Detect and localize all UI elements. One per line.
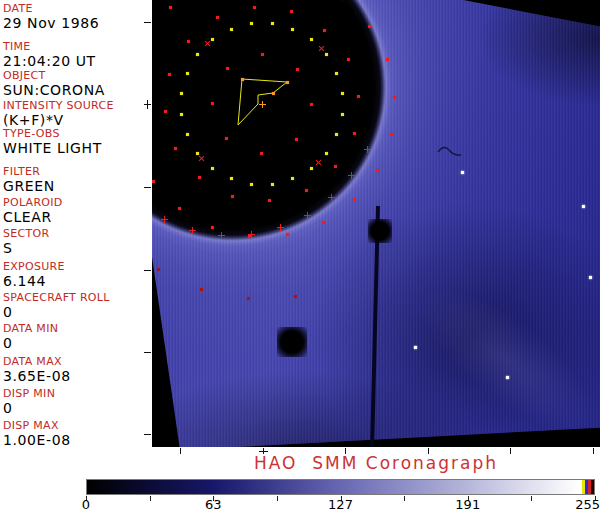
- metadata-panel: DATE29 Nov 1986TIME21:04:20 UTOBJECTSUN:…: [0, 0, 152, 450]
- colorbar: [86, 479, 595, 495]
- outer-red-ring: [211, 226, 214, 229]
- axis-tick-bottom: [593, 448, 594, 454]
- smm-coronagraph-viewer: DATE29 Nov 1986TIME21:04:20 UTOBJECTSUN:…: [0, 0, 600, 512]
- field-label: FILTER: [3, 166, 55, 178]
- yellow-ring: [250, 183, 253, 186]
- outer-red-ring: [322, 221, 325, 224]
- field-value: 0: [3, 401, 55, 416]
- field-label: SPACECRAFT ROLL: [3, 292, 110, 304]
- colorbar-tick: [404, 496, 405, 501]
- metadata-field: TIME21:04:20 UT: [3, 41, 96, 69]
- yellow-ring: [271, 22, 274, 25]
- inner-red-ring: [260, 152, 263, 155]
- field-label: EXPOSURE: [3, 261, 65, 273]
- field-label: DATA MAX: [3, 356, 71, 368]
- outer-red-ring: [178, 207, 181, 210]
- field-label: OBJECT: [3, 70, 105, 82]
- metadata-field: DISP MIN0: [3, 388, 55, 416]
- field-label: TIME: [3, 41, 96, 53]
- yellow-ring: [341, 113, 344, 116]
- inner-red-ring: [296, 68, 299, 71]
- metadata-field: SPACECRAFT ROLL0: [3, 292, 110, 320]
- polygon-vertex-dots: [272, 92, 275, 95]
- yellow-ring: [291, 28, 294, 31]
- mid-red-ring: [187, 40, 190, 43]
- yellow-ring: [325, 152, 328, 155]
- axis-tick-left-cross: [147, 100, 148, 109]
- occulter-edge-plus-markers: [364, 146, 371, 153]
- star-point: [589, 276, 592, 279]
- metadata-field: OBJECTSUN:CORONA: [3, 70, 105, 98]
- occulter-edge-plus-markers: [161, 216, 168, 223]
- axis-tick-bottom: [428, 448, 429, 454]
- field-label: INTENSITY SOURCE: [3, 100, 114, 112]
- star-point: [506, 376, 509, 379]
- occulter-edge-plus-markers: [348, 172, 355, 179]
- mid-red-ring: [290, 10, 293, 13]
- field-value: 0: [3, 305, 110, 320]
- field-label: POLAROID: [3, 197, 63, 209]
- axis-tick-left: [144, 270, 151, 271]
- colorbar-tick-label: 0: [82, 497, 90, 512]
- field-value: 3.65E-08: [3, 369, 71, 384]
- field-label: SECTOR: [3, 228, 49, 240]
- field-value: 29 Nov 1986: [3, 16, 99, 31]
- inner-red-ring: [310, 103, 313, 106]
- axis-tick-left: [144, 187, 151, 188]
- yellow-ring: [211, 167, 214, 170]
- mid-red-ring: [168, 73, 171, 76]
- image-title: HAO SMM Coronagraph: [152, 453, 600, 473]
- outer-red-ring: [386, 58, 389, 61]
- colorbar-tick: [277, 496, 278, 501]
- colorbar-tick-label: 127: [328, 497, 353, 512]
- colorbar-tick-label: 191: [455, 497, 480, 512]
- colorbar-tick-label: 63: [205, 497, 222, 512]
- field-value: SUN:CORONA: [3, 83, 105, 98]
- field-label: TYPE-OBS: [3, 128, 102, 140]
- mid-red-ring: [268, 199, 271, 202]
- axis-tick-bottom: [345, 448, 346, 454]
- fiducial-overlay: [152, 0, 600, 447]
- field-label: DATE: [3, 3, 99, 15]
- colorbar-tick-label: 255: [575, 497, 600, 512]
- occulter-edge-plus-markers: [189, 227, 196, 234]
- outer-red-ring: [390, 133, 393, 136]
- yellow-ring: [186, 133, 189, 136]
- occulter-edge-plus-markers: [218, 232, 225, 239]
- metadata-field: INTENSITY SOURCE(K+F)*V: [3, 100, 114, 128]
- yellow-ring: [196, 53, 199, 56]
- colorbar-tick: [150, 496, 151, 501]
- yellow-ring: [180, 113, 183, 116]
- field-value: 0: [3, 336, 58, 351]
- yellow-ring: [271, 183, 274, 186]
- yellow-ring: [186, 72, 189, 75]
- mid-red-ring: [216, 16, 219, 19]
- colorbar-overlay-stripe: [591, 480, 594, 494]
- yellow-ring: [230, 177, 233, 180]
- inner-red-ring: [295, 138, 298, 141]
- metadata-field: FILTERGREEN: [3, 166, 55, 194]
- mid-red-ring: [174, 147, 177, 150]
- field-value: (K+F)*V: [3, 113, 114, 128]
- mid-red-ring: [305, 189, 308, 192]
- colorbar-tick: [531, 496, 532, 501]
- yellow-ring: [211, 38, 214, 41]
- yellow-ring: [325, 53, 328, 56]
- outer-faint-red-arc: [200, 288, 203, 291]
- occulter-edge-plus-markers: [248, 231, 255, 238]
- star-point: [414, 346, 417, 349]
- occulter-edge-plus-markers: [277, 224, 284, 231]
- yellow-ring: [310, 38, 313, 41]
- outer-red-ring: [169, 6, 172, 9]
- inner-red-ring: [261, 53, 264, 56]
- field-value: CLEAR: [3, 210, 63, 225]
- coronagraph-image-display: [152, 0, 600, 447]
- field-label: DATA MIN: [3, 323, 58, 335]
- inner-red-ring: [225, 137, 228, 140]
- mid-red-ring: [253, 6, 256, 9]
- yellow-ring: [291, 177, 294, 180]
- axis-tick-left: [144, 434, 151, 435]
- outer-red-ring: [393, 96, 396, 99]
- yellow-ring: [180, 92, 183, 95]
- mid-red-ring: [323, 29, 326, 32]
